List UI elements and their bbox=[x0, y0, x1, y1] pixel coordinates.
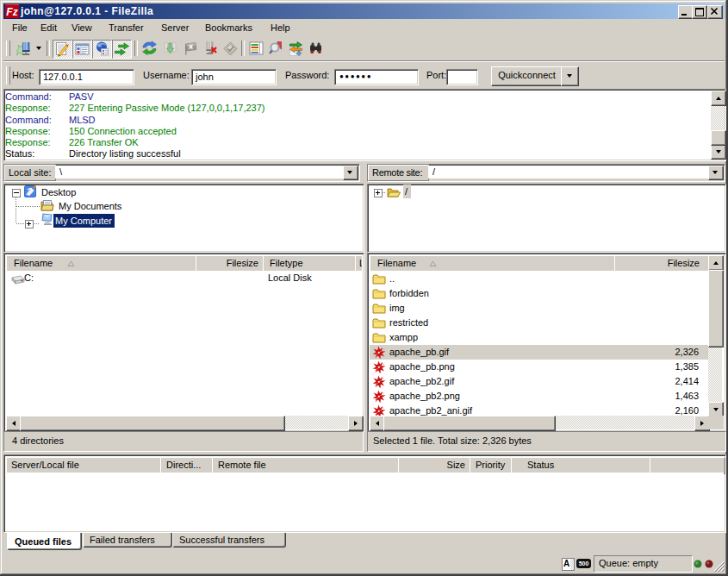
svg-text:Fz: Fz bbox=[6, 6, 17, 18]
